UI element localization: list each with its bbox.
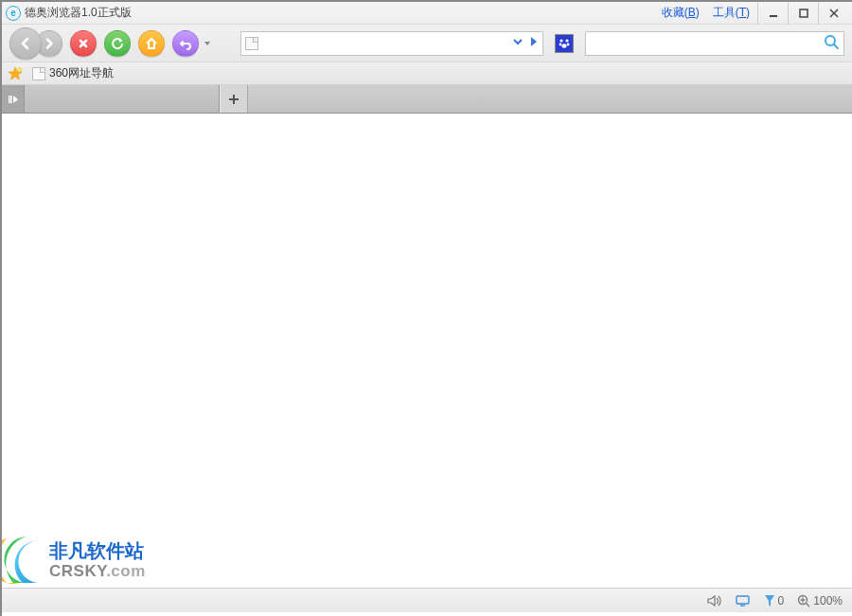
watermark-logo: 非凡软件站 CRSKY.com (2, 531, 172, 588)
svg-rect-14 (9, 96, 10, 103)
bookmark-item[interactable]: 360网址导航 (32, 65, 114, 81)
svg-point-7 (565, 39, 568, 42)
svg-line-23 (807, 603, 810, 607)
tab-list-button[interactable] (2, 85, 25, 113)
status-sound-button[interactable] (707, 594, 722, 607)
zoom-icon (797, 594, 810, 607)
page-content: 非凡软件站 CRSKY.com (2, 114, 852, 588)
plus-icon (227, 93, 240, 106)
maximize-button[interactable] (788, 3, 818, 24)
app-icon: e (6, 6, 21, 21)
search-bar (585, 31, 844, 56)
svg-point-13 (17, 67, 21, 71)
paw-icon (558, 37, 571, 50)
svg-point-10 (561, 44, 566, 47)
search-input[interactable] (590, 37, 823, 50)
svg-point-8 (559, 43, 562, 45)
page-icon (32, 67, 45, 80)
address-input[interactable] (258, 37, 512, 50)
menu-tools[interactable]: 工具(T) (713, 5, 750, 21)
tab-strip (2, 85, 852, 114)
new-tab-button[interactable] (220, 85, 248, 113)
search-button[interactable] (823, 33, 840, 53)
go-button[interactable] (529, 36, 539, 50)
svg-point-9 (567, 43, 570, 45)
zoom-level: 100% (813, 594, 843, 607)
search-engine-selector[interactable] (555, 34, 574, 53)
undo-closed-tab-button[interactable] (172, 30, 199, 57)
nav-group (9, 27, 62, 60)
active-tab[interactable] (25, 85, 220, 113)
title-bar: e 德奥浏览器1.0正式版 收藏(B) 工具(T) (2, 2, 852, 25)
status-screen-button[interactable] (736, 594, 751, 607)
status-blocker-button[interactable]: 0 (764, 594, 785, 607)
funnel-icon (764, 594, 775, 607)
status-zoom-button[interactable]: 100% (797, 594, 843, 607)
svg-rect-1 (800, 9, 808, 17)
window-controls (757, 3, 848, 24)
watermark-line2: CRSKY.com (49, 562, 146, 580)
star-icon (8, 66, 23, 81)
menu-favorites[interactable]: 收藏(B) (662, 5, 700, 21)
bookmarks-bar: 360网址导航 (2, 62, 852, 85)
block-count: 0 (778, 594, 785, 607)
search-icon (823, 33, 840, 50)
address-bar (240, 31, 543, 56)
arrow-right-icon (7, 93, 20, 106)
monitor-icon (736, 594, 751, 607)
svg-line-12 (834, 44, 838, 48)
add-bookmark-button[interactable] (8, 66, 23, 81)
reload-button[interactable] (104, 30, 131, 57)
speaker-icon (707, 594, 722, 607)
stop-button[interactable] (70, 30, 97, 57)
address-dropdown-icon[interactable] (512, 36, 524, 50)
page-icon (245, 37, 258, 50)
tab-strip-background (248, 85, 852, 113)
title-menus: 收藏(B) 工具(T) (662, 5, 750, 21)
back-button[interactable] (9, 27, 42, 60)
main-toolbar (2, 25, 852, 62)
close-button[interactable] (818, 3, 848, 24)
svg-rect-18 (737, 596, 749, 604)
watermark-line1: 非凡软件站 (48, 540, 144, 561)
svg-rect-15 (10, 96, 12, 103)
status-bar: 0 100% (2, 588, 852, 612)
undo-dropdown-icon[interactable] (203, 30, 212, 57)
home-button[interactable] (138, 30, 165, 57)
bookmark-label: 360网址导航 (49, 65, 114, 81)
minimize-button[interactable] (757, 3, 788, 24)
window-title: 德奥浏览器1.0正式版 (25, 5, 132, 21)
svg-point-6 (559, 39, 562, 42)
